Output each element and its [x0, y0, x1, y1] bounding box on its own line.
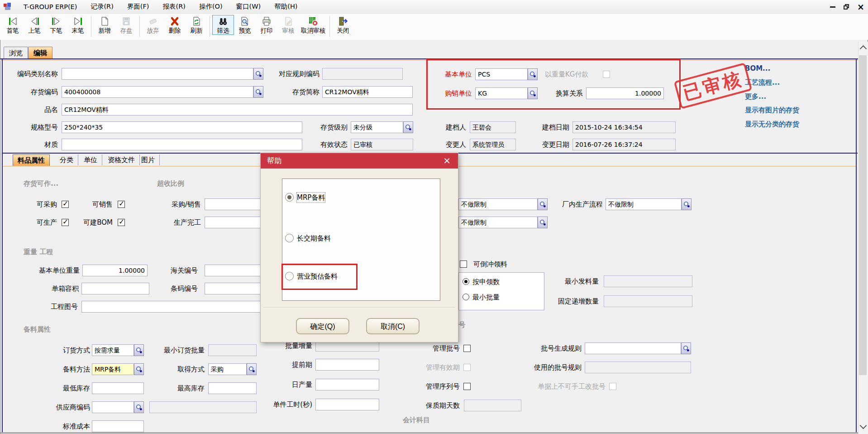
order-method-field[interactable]: 按需求量	[92, 344, 134, 356]
item-code-lookup-button[interactable]	[253, 86, 263, 98]
long-leadtime-prep-radio[interactable]	[285, 234, 294, 242]
preview-button[interactable]: 预览	[234, 15, 256, 35]
tab-images[interactable]: 图片	[137, 154, 160, 165]
more-link[interactable]: 更多...	[745, 92, 766, 101]
supplier-code-field[interactable]	[92, 401, 134, 413]
tab-browse[interactable]: 浏览	[4, 47, 28, 59]
backflush-checkbox[interactable]	[460, 260, 467, 268]
minimize-button[interactable]	[830, 6, 835, 8]
menu-report[interactable]: 报表(R)	[156, 2, 192, 11]
cancel-button[interactable]: 取消(C)	[366, 318, 420, 334]
ok-button[interactable]: 确定(Q)	[296, 318, 349, 334]
tab-units[interactable]: 单位	[79, 154, 102, 165]
coding-category-lookup-button[interactable]	[253, 68, 263, 80]
item-code-field[interactable]: 400400008	[62, 86, 253, 98]
magnifier-icon	[683, 345, 690, 352]
mrp-prep-option[interactable]: MRP备料	[297, 193, 325, 203]
limit1-field[interactable]: 不做限制	[458, 198, 538, 210]
prep-method-lookup-button[interactable]	[134, 363, 144, 375]
limit2-field[interactable]: 不做限制	[458, 217, 538, 228]
show-unclassified-link[interactable]: 显示无分类的存货	[745, 119, 799, 129]
item-short-name-label: 存货简称	[272, 86, 320, 98]
filter-button[interactable]: 筛选	[212, 15, 234, 35]
issue-min-batch-radio[interactable]	[463, 294, 469, 300]
coding-category-field[interactable]	[62, 68, 253, 80]
panel-top-accent	[0, 59, 868, 61]
limit1-lookup-button[interactable]	[538, 198, 548, 210]
order-method-lookup-button[interactable]	[134, 344, 144, 356]
spec-model-field[interactable]: 250*240*35	[62, 121, 302, 133]
lead-time-field[interactable]	[315, 359, 379, 371]
item-short-name-field[interactable]: CR12MOV精料	[322, 86, 413, 98]
mrp-prep-radio[interactable]	[285, 193, 294, 202]
manage-serial-checkbox[interactable]	[463, 383, 471, 390]
long-leadtime-prep-option[interactable]: 长交期备料	[297, 233, 331, 243]
manage-batch-checkbox[interactable]	[463, 345, 471, 352]
batch-rule-field[interactable]	[585, 342, 681, 354]
producible-label: 可生产	[25, 217, 57, 228]
close-form-button[interactable]: 关闭	[332, 15, 354, 35]
pay-by-kg-label: 以重量KG付款	[545, 68, 599, 80]
issue-by-request-radio[interactable]	[463, 278, 469, 285]
acquire-method-field[interactable]: 采购	[208, 363, 247, 375]
close-window-button[interactable]: ×	[857, 3, 864, 11]
material-field[interactable]	[62, 139, 302, 150]
prep-method-field[interactable]: MRP备料	[92, 363, 134, 375]
acquire-method-lookup-button[interactable]	[247, 363, 257, 375]
show-with-images-link[interactable]: 显示有图片的存货	[745, 105, 799, 115]
business-forecast-prep-option[interactable]: 营业预估备料	[297, 271, 338, 281]
limit2-lookup-button[interactable]	[538, 217, 548, 228]
trade-unit-lookup-button[interactable]	[528, 87, 538, 99]
business-forecast-prep-radio[interactable]	[285, 272, 294, 280]
scrollbar-thumb[interactable]	[859, 55, 867, 375]
trade-unit-field[interactable]: KG	[475, 87, 528, 99]
factory-flow-field[interactable]: 不做限制	[606, 198, 682, 210]
restore-button[interactable]	[844, 4, 849, 10]
new-button[interactable]: 新增	[94, 15, 115, 35]
print-button[interactable]: 打印	[256, 15, 277, 35]
section-prep-attributes: 备料属性	[24, 325, 51, 334]
prev-record-button[interactable]: 上笔	[24, 15, 45, 35]
delete-button[interactable]: 删除	[164, 15, 186, 35]
menu-help[interactable]: 帮助(H)	[267, 2, 304, 11]
can-bom-checkbox[interactable]	[118, 219, 125, 226]
cancel-audit-button[interactable]: 取消审核	[299, 15, 327, 35]
tab-qualification-files[interactable]: 资格文件	[103, 154, 140, 165]
last-record-button[interactable]: 末笔	[67, 15, 89, 35]
product-name-field[interactable]: CR12MOV精料	[62, 104, 413, 116]
tab-edit[interactable]: 编辑	[28, 47, 52, 59]
bom-link[interactable]: BOM...	[745, 63, 770, 73]
toolbar-separator	[139, 16, 140, 37]
supplier-code-lookup-button[interactable]	[134, 401, 144, 413]
min-stock-field[interactable]	[92, 382, 144, 394]
batch-rule-lookup-button[interactable]	[681, 342, 691, 354]
menu-operation[interactable]: 操作(O)	[192, 2, 229, 11]
magnifier-icon	[136, 404, 143, 411]
base-unit-field[interactable]: PCS	[475, 68, 528, 80]
purchasable-checkbox[interactable]	[62, 201, 69, 208]
conversion-field[interactable]: 1.00000	[586, 87, 664, 99]
first-record-button[interactable]: 首笔	[2, 15, 24, 35]
daily-output-field[interactable]	[315, 379, 379, 391]
next-record-button[interactable]: 下笔	[45, 15, 67, 35]
unit-work-seconds-field[interactable]	[315, 399, 379, 410]
menu-interface[interactable]: 界面(F)	[120, 2, 156, 11]
sellable-checkbox[interactable]	[118, 201, 125, 208]
magnifier-icon	[405, 124, 412, 131]
max-stock-field[interactable]	[208, 382, 257, 394]
item-level-field[interactable]: 未分级	[351, 121, 403, 133]
box-volume-field[interactable]	[81, 283, 149, 294]
refresh-button[interactable]: 刷新	[186, 15, 207, 35]
help-dialog-close-icon[interactable]: ×	[440, 153, 453, 169]
menu-record[interactable]: 记录(R)	[84, 2, 120, 11]
base-unit-weight-field[interactable]: 1.00000	[82, 265, 148, 276]
menu-app[interactable]: T-GROUP ERP(E)	[17, 3, 84, 10]
factory-flow-lookup-button[interactable]	[682, 198, 692, 210]
item-level-lookup-button[interactable]	[403, 121, 413, 133]
tab-classification[interactable]: 分类	[55, 154, 78, 165]
producible-checkbox[interactable]	[62, 219, 69, 226]
menu-window[interactable]: 窗口(W)	[229, 2, 268, 11]
tab-item-attributes[interactable]: 料品属性	[13, 154, 50, 166]
std-cost-field[interactable]	[92, 420, 144, 432]
base-unit-lookup-button[interactable]	[528, 68, 538, 80]
